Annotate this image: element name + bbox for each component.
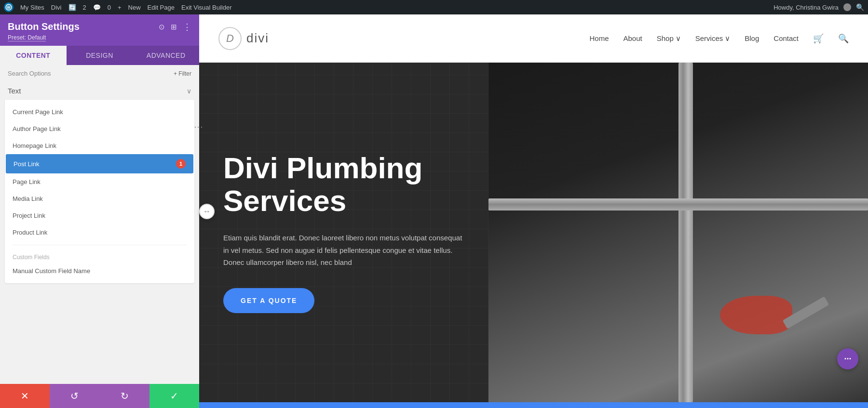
edit-page-link[interactable]: Edit Page	[148, 4, 175, 11]
link-option-project[interactable]: Project Link	[5, 207, 194, 224]
floating-action-button[interactable]: ···	[837, 348, 858, 369]
link-option-homepage[interactable]: Homepage Link	[5, 137, 194, 154]
new-link[interactable]: New	[128, 4, 141, 11]
hero-title: Divi Plumbing Services	[223, 152, 464, 217]
panel-header: Button Settings ⊙ ⊞ ⋮ Preset: Default	[0, 14, 199, 46]
link-option-page[interactable]: Page Link	[5, 173, 194, 190]
pipe-horizontal	[488, 198, 868, 211]
nav-blog[interactable]: Blog	[745, 34, 759, 42]
hero-section: Divi Plumbing Services Etiam quis blandi…	[199, 63, 868, 402]
main-layout: Button Settings ⊙ ⊞ ⋮ Preset: Default Co…	[0, 14, 868, 408]
logo-icon: D	[218, 27, 242, 50]
my-sites-link[interactable]: My Sites	[20, 4, 44, 11]
tab-advanced[interactable]: Advanced	[133, 46, 199, 65]
layout-icon[interactable]: ⊞	[171, 23, 177, 31]
bottom-toolbar: ✕ ↺ ↻ ✓	[0, 384, 199, 408]
cart-icon[interactable]: 🛒	[813, 33, 824, 44]
link-option-label: Post Link	[14, 160, 39, 168]
plumbing-image	[488, 63, 868, 402]
text-section-title: Text	[8, 87, 21, 95]
tab-content[interactable]: Content	[0, 46, 67, 65]
preview-area: D divi Home About Shop ∨ Services ∨ Blog…	[199, 14, 868, 408]
undo-button[interactable]: ↺	[50, 384, 99, 408]
glove-decoration	[720, 296, 792, 334]
howdy-label: Howdy, Christina Gwira	[773, 4, 839, 11]
hero-body: Etiam quis blandit erat. Donec laoreet l…	[223, 232, 464, 269]
revisions-count[interactable]: 2	[83, 4, 86, 11]
cancel-button[interactable]: ✕	[0, 384, 50, 408]
capture-icon[interactable]: ⊙	[159, 23, 165, 31]
search-options-bar: Search Options + Filter	[0, 65, 199, 82]
drag-handle-icon[interactable]: ⋮	[193, 123, 204, 130]
link-option-label: Current Page Link	[13, 108, 63, 116]
link-option-current-page[interactable]: Current Page Link	[5, 104, 194, 120]
nav-services[interactable]: Services ∨	[695, 34, 731, 43]
link-option-media[interactable]: Media Link	[5, 190, 194, 207]
filter-label: + Filter	[174, 70, 191, 77]
more-icon: ···	[844, 354, 851, 364]
search-options-label: Search Options	[8, 70, 51, 77]
search-icon[interactable]: 🔍	[838, 33, 849, 44]
link-option-label: Author Page Link	[13, 125, 61, 132]
website-header: D divi Home About Shop ∨ Services ∨ Blog…	[199, 14, 868, 63]
filter-button[interactable]: + Filter	[174, 70, 191, 77]
save-button[interactable]: ✓	[149, 384, 199, 408]
nav-menu: Home About Shop ∨ Services ∨ Blog Contac…	[589, 33, 849, 44]
hero-image	[488, 63, 868, 402]
panel-preset[interactable]: Preset: Default	[8, 34, 191, 41]
hero-left: Divi Plumbing Services Etiam quis blandi…	[199, 63, 488, 402]
nav-about[interactable]: About	[623, 34, 642, 42]
nav-contact[interactable]: Contact	[773, 34, 799, 42]
link-option-label: Media Link	[13, 195, 43, 202]
admin-bar-left: W My Sites Divi 🔄 2 💬 0 + New Edit Page …	[4, 2, 768, 12]
more-options-icon[interactable]: ⋮	[183, 22, 191, 32]
link-option-post-link[interactable]: Post Link 1	[6, 154, 193, 173]
link-option-label: Project Link	[13, 212, 45, 219]
panel-title-icons: ⊙ ⊞ ⋮	[159, 22, 191, 32]
tab-design[interactable]: Design	[67, 46, 133, 65]
spacer	[0, 283, 199, 384]
logo-area: D divi	[218, 27, 269, 50]
post-link-badge: 1	[176, 159, 186, 169]
admin-search-icon[interactable]: 🔍	[856, 3, 864, 11]
link-option-label: Homepage Link	[13, 142, 56, 149]
link-options-container: ⋮ Current Page Link Author Page Link Hom…	[5, 100, 194, 283]
panel-resize-handle[interactable]: ↔	[199, 204, 215, 219]
divider	[13, 245, 187, 245]
exit-builder-link[interactable]: Exit Visual Builder	[181, 4, 232, 11]
divi-link[interactable]: Divi	[51, 4, 62, 11]
custom-fields-label: Custom Fields	[5, 249, 194, 263]
admin-bar: W My Sites Divi 🔄 2 💬 0 + New Edit Page …	[0, 0, 868, 14]
admin-bar-right: Howdy, Christina Gwira 🔍	[773, 3, 864, 11]
link-option-label: Manual Custom Field Name	[13, 267, 90, 275]
logo-letter: D	[226, 32, 234, 45]
redo-icon: ↻	[121, 390, 129, 402]
pipe-vertical	[678, 63, 693, 402]
link-option-product[interactable]: Product Link	[5, 224, 194, 241]
nav-shop-label: Shop	[657, 34, 674, 42]
link-option-custom-field[interactable]: Manual Custom Field Name	[5, 263, 194, 279]
tabs-row: Content Design Advanced	[0, 46, 199, 65]
save-icon: ✓	[170, 390, 178, 402]
text-section-header: Text ∨	[0, 82, 199, 100]
services-chevron-icon: ∨	[725, 34, 730, 43]
chevron-down-icon[interactable]: ∨	[187, 87, 191, 95]
panel-title: Button Settings	[8, 21, 80, 32]
left-panel: Button Settings ⊙ ⊞ ⋮ Preset: Default Co…	[0, 14, 199, 408]
nav-services-label: Services	[695, 34, 723, 42]
link-option-label: Product Link	[13, 229, 47, 236]
nav-home[interactable]: Home	[589, 34, 609, 42]
wordpress-icon[interactable]: W	[4, 2, 14, 12]
link-option-label: Page Link	[13, 178, 41, 185]
hero-cta-button[interactable]: GET A QUOTE	[223, 288, 314, 313]
cancel-icon: ✕	[21, 390, 29, 402]
avatar	[843, 3, 851, 11]
logo-text: divi	[246, 31, 269, 46]
link-option-author-page[interactable]: Author Page Link	[5, 120, 194, 137]
shop-chevron-icon: ∨	[676, 34, 681, 43]
redo-button[interactable]: ↻	[100, 384, 149, 408]
arrow-circle[interactable]: ↔	[199, 204, 215, 219]
comments-count[interactable]: 0	[108, 4, 111, 11]
svg-text:W: W	[7, 6, 11, 9]
nav-shop[interactable]: Shop ∨	[657, 34, 681, 43]
